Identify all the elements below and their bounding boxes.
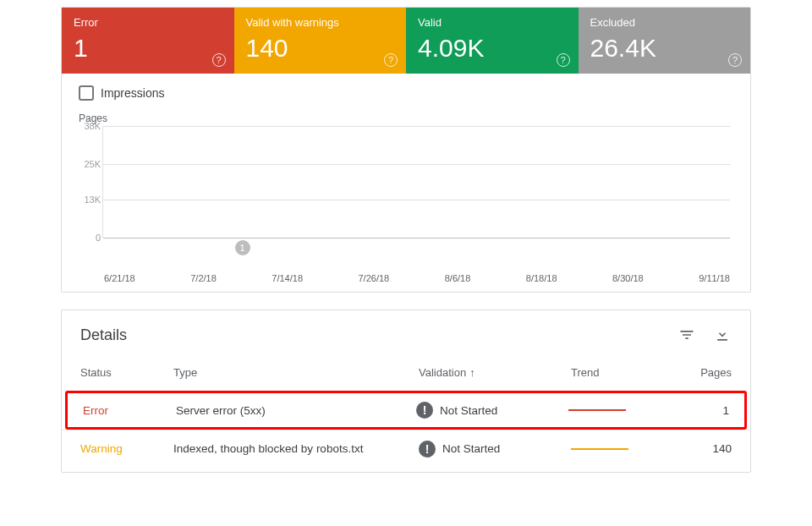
th-status[interactable]: Status: [80, 366, 173, 379]
chart-marker[interactable]: 1: [235, 240, 250, 255]
help-icon[interactable]: ?: [728, 53, 742, 67]
trend-sparkline: [571, 448, 628, 450]
tile-title: Valid: [418, 16, 567, 29]
chart-y-axis-title: Pages: [79, 112, 733, 124]
tile-title: Valid with warnings: [246, 16, 395, 29]
summary-tile-warning[interactable]: Valid with warnings140?: [234, 8, 407, 74]
impressions-toggle-row: Impressions: [79, 85, 733, 101]
tile-title: Error: [74, 16, 222, 29]
summary-tile-excluded[interactable]: Excluded26.4K?: [579, 8, 751, 74]
help-icon[interactable]: ?: [212, 53, 226, 67]
x-tick: 8/6/18: [445, 273, 471, 283]
chart-plot-area: 013K25K38K1: [102, 126, 730, 238]
tile-value: 26.4K: [590, 34, 739, 63]
y-tick: 38K: [80, 121, 101, 131]
x-tick: 8/30/18: [612, 273, 644, 283]
tile-value: 4.09K: [418, 34, 567, 63]
tile-value: 1: [74, 34, 222, 63]
row-trend: [571, 448, 672, 450]
help-icon[interactable]: ?: [384, 53, 398, 67]
chart-section: Impressions Pages 013K25K38K1 6/21/187/2…: [62, 74, 750, 292]
help-icon[interactable]: ?: [557, 53, 570, 67]
details-table-header: Status Type Validation ↑ Trend Pages: [62, 366, 750, 392]
sort-asc-icon: ↑: [469, 366, 475, 379]
table-row[interactable]: ErrorServer error (5xx)!Not Started1: [65, 391, 747, 430]
row-validation: !Not Started: [419, 441, 571, 458]
impressions-label: Impressions: [101, 86, 164, 100]
download-icon[interactable]: [713, 326, 732, 344]
impressions-checkbox[interactable]: [79, 85, 94, 101]
validation-status-icon: !: [419, 441, 436, 458]
table-row[interactable]: WarningIndexed, though blocked by robots…: [62, 430, 750, 467]
th-trend[interactable]: Trend: [571, 366, 672, 379]
row-status: Warning: [80, 442, 173, 455]
y-tick: 13K: [80, 195, 101, 205]
row-type: Server error (5xx): [176, 404, 416, 417]
x-tick: 7/2/18: [190, 273, 217, 283]
filter-icon[interactable]: [678, 326, 696, 344]
y-tick: 25K: [80, 159, 101, 169]
trend-sparkline: [568, 409, 626, 411]
x-tick: 7/26/18: [359, 273, 390, 283]
th-validation[interactable]: Validation ↑: [419, 366, 571, 379]
coverage-summary-card: Error1?Valid with warnings140?Valid4.09K…: [61, 7, 751, 293]
th-pages[interactable]: Pages: [672, 366, 732, 379]
chart-x-axis: 6/21/187/2/187/14/187/26/188/6/188/18/18…: [79, 273, 733, 283]
row-trend: [568, 409, 670, 411]
x-tick: 9/11/18: [699, 273, 730, 283]
x-tick: 8/18/18: [526, 273, 557, 283]
details-header: Details: [62, 310, 750, 366]
summary-tile-error[interactable]: Error1?: [62, 8, 234, 74]
tile-value: 140: [246, 34, 395, 63]
tile-title: Excluded: [590, 16, 739, 29]
coverage-chart: 013K25K38K1: [79, 126, 733, 253]
validation-status-icon: !: [416, 402, 433, 419]
summary-tiles: Error1?Valid with warnings140?Valid4.09K…: [62, 8, 750, 74]
details-title: Details: [80, 326, 127, 344]
row-type: Indexed, though blocked by robots.txt: [173, 442, 419, 455]
details-card: Details Status Type Validation ↑ Trend P…: [61, 310, 751, 473]
x-tick: 6/21/18: [104, 273, 135, 283]
row-pages: 1: [670, 404, 729, 417]
row-status: Error: [83, 404, 176, 417]
y-tick: 0: [80, 233, 101, 243]
row-validation: !Not Started: [416, 402, 568, 419]
x-tick: 7/14/18: [272, 273, 303, 283]
row-pages: 140: [672, 442, 732, 455]
th-type[interactable]: Type: [173, 366, 419, 379]
summary-tile-valid[interactable]: Valid4.09K?: [406, 8, 579, 74]
